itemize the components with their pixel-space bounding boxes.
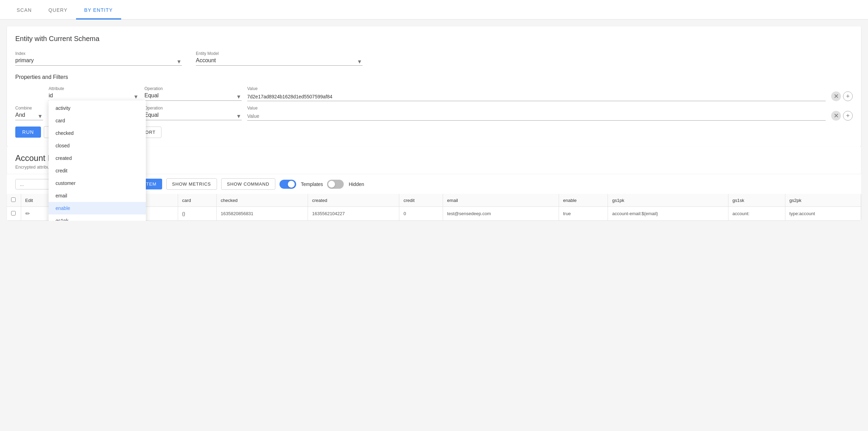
tab-query[interactable]: QUERY bbox=[40, 2, 76, 19]
operation-select-1[interactable]: Equal bbox=[144, 92, 242, 98]
row-gs1sk: account: bbox=[728, 207, 785, 221]
dropdown-item-credit[interactable]: credit bbox=[49, 164, 146, 177]
hidden-knob bbox=[328, 181, 335, 188]
templates-toggle[interactable] bbox=[279, 180, 296, 189]
operation-field-2: Operation Equal ▾ bbox=[144, 106, 242, 120]
hidden-toggle[interactable] bbox=[327, 180, 344, 189]
combine-field: Combine And ▾ bbox=[15, 106, 43, 120]
row-email: test@sensedeep.com bbox=[443, 207, 559, 221]
operation-label-1: Operation bbox=[144, 86, 242, 91]
dropdown-item-created[interactable]: created bbox=[49, 152, 146, 164]
index-entity-row: Index primary ▾ Entity Model Account ▾ bbox=[15, 51, 853, 66]
value-field-1: Value 7d2e17ad8924b1628d1ed5507599af84 bbox=[247, 86, 826, 101]
col-gs1pk: gs1pk bbox=[608, 194, 728, 207]
index-label: Index bbox=[15, 51, 182, 56]
index-select-wrapper[interactable]: primary ▾ bbox=[15, 57, 182, 66]
value-label-1: Value bbox=[247, 86, 826, 91]
value-label-2: Value bbox=[247, 106, 826, 111]
combine-label: Combine bbox=[15, 106, 43, 111]
col-email: email bbox=[443, 194, 559, 207]
index-select[interactable]: primary bbox=[15, 57, 182, 63]
properties-section-title: Properties and Filters bbox=[15, 74, 853, 80]
attribute-label: Attribute bbox=[49, 86, 139, 91]
row-checked: 1635820856831 bbox=[216, 207, 308, 221]
attribute-field: Attribute id ▾ activity card checked clo… bbox=[49, 86, 139, 101]
operation-field-1: Operation Equal ▾ bbox=[144, 86, 242, 101]
dropdown-item-checked[interactable]: checked bbox=[49, 127, 146, 139]
operation-select-wrapper-2[interactable]: Equal ▾ bbox=[144, 112, 242, 120]
operation-select-wrapper-1[interactable]: Equal ▾ bbox=[144, 92, 242, 101]
dropdown-item-activity[interactable]: activity bbox=[49, 102, 146, 114]
combine-select-wrapper[interactable]: And ▾ bbox=[15, 112, 43, 120]
operation-label-2: Operation bbox=[144, 106, 242, 111]
tab-by-entity[interactable]: BY ENTITY bbox=[76, 2, 121, 19]
value-field-2: Value bbox=[247, 106, 826, 121]
show-metrics-button[interactable]: SHOW METRICS bbox=[166, 178, 217, 190]
filter-row-1-add-btn[interactable]: + bbox=[843, 91, 853, 101]
hidden-toggle-group: Hidden bbox=[327, 180, 364, 189]
row-card: {} bbox=[178, 207, 216, 221]
entity-model-field: Entity Model Account ▾ bbox=[196, 51, 362, 66]
col-checked: checked bbox=[216, 194, 308, 207]
row-enable: true bbox=[559, 207, 608, 221]
dropdown-item-customer[interactable]: customer bbox=[49, 177, 146, 189]
row-gs1pk: account-email:${email} bbox=[608, 207, 728, 221]
tabs-bar: SCAN QUERY BY ENTITY bbox=[0, 0, 868, 19]
col-enable: enable bbox=[559, 194, 608, 207]
entity-schema-card: Entity with Current Schema Index primary… bbox=[7, 26, 861, 146]
dropdown-item-enable[interactable]: enable bbox=[49, 202, 146, 214]
col-created: created bbox=[308, 194, 399, 207]
run-button[interactable]: RUN bbox=[15, 127, 41, 138]
filter-row-1-actions: ✕ + bbox=[831, 91, 853, 101]
attribute-select[interactable]: id bbox=[49, 92, 139, 98]
edit-icon[interactable]: ✏ bbox=[25, 211, 30, 217]
templates-toggle-group: Templates bbox=[279, 180, 323, 189]
col-credit: credit bbox=[399, 194, 443, 207]
card-title: Entity with Current Schema bbox=[15, 35, 853, 43]
filter-row-2-add-btn[interactable]: + bbox=[843, 111, 853, 121]
templates-knob bbox=[288, 181, 295, 188]
dropdown-item-card[interactable]: card bbox=[49, 114, 146, 127]
select-all-checkbox[interactable] bbox=[11, 197, 16, 202]
tab-scan[interactable]: SCAN bbox=[8, 2, 40, 19]
templates-slider bbox=[279, 180, 296, 189]
attribute-dropdown: activity card checked closed created cre… bbox=[49, 100, 146, 221]
entity-model-select-wrapper[interactable]: Account ▾ bbox=[196, 57, 362, 66]
row-created: 1635562104227 bbox=[308, 207, 399, 221]
col-gs1sk: gs1sk bbox=[728, 194, 785, 207]
col-card: card bbox=[178, 194, 216, 207]
attribute-select-wrapper[interactable]: id ▾ activity card checked closed create… bbox=[49, 92, 139, 101]
dropdown-item-gs1pk[interactable]: gs1pk bbox=[49, 214, 146, 221]
row-checkbox[interactable] bbox=[7, 207, 21, 221]
filter-row-2-clear-btn[interactable]: ✕ bbox=[831, 111, 841, 121]
col-gs2pk: gs2pk bbox=[785, 194, 861, 207]
hidden-label: Hidden bbox=[349, 181, 364, 187]
templates-label: Templates bbox=[301, 181, 323, 187]
row-gs2pk: type:account bbox=[785, 207, 861, 221]
show-command-button[interactable]: SHOW COMMAND bbox=[221, 178, 275, 190]
row-select-checkbox[interactable] bbox=[11, 211, 16, 216]
col-checkbox bbox=[7, 194, 21, 207]
row-credit: 0 bbox=[399, 207, 443, 221]
index-field: Index primary ▾ bbox=[15, 51, 182, 66]
filter-row-2-actions: ✕ + bbox=[831, 111, 853, 121]
filter-row-1-clear-btn[interactable]: ✕ bbox=[831, 91, 841, 101]
value-input-2[interactable] bbox=[247, 112, 826, 121]
entity-model-select[interactable]: Account bbox=[196, 57, 362, 63]
dropdown-item-closed[interactable]: closed bbox=[49, 139, 146, 152]
hidden-slider bbox=[327, 180, 344, 189]
operation-select-2[interactable]: Equal bbox=[144, 112, 242, 118]
value-input-1[interactable]: 7d2e17ad8924b1628d1ed5507599af84 bbox=[247, 92, 826, 101]
filter-row-1: Attribute id ▾ activity card checked clo… bbox=[15, 86, 853, 101]
combine-select[interactable]: And bbox=[15, 112, 43, 118]
entity-model-label: Entity Model bbox=[196, 51, 362, 56]
dropdown-item-email[interactable]: email bbox=[49, 189, 146, 202]
